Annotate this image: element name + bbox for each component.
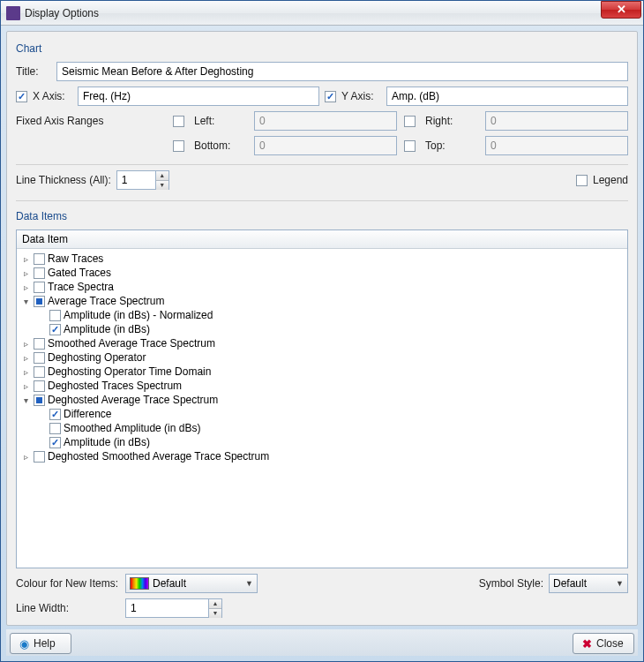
tree-item[interactable]: ▹Raw Traces (19, 252, 625, 266)
left-checkbox[interactable] (173, 116, 184, 127)
tree-body[interactable]: ▹Raw Traces▹Gated Traces▹Trace Spectra▾A… (17, 249, 627, 568)
tree-checkbox[interactable] (34, 352, 45, 364)
legend-checkbox[interactable] (576, 175, 588, 186)
expand-icon[interactable]: ▹ (20, 367, 31, 377)
collapse-icon[interactable]: ▾ (20, 297, 31, 306)
tree-checkbox[interactable] (34, 395, 45, 406)
bottom-checkbox[interactable] (173, 140, 184, 152)
bottom-label: Bottom: (194, 139, 247, 152)
yaxis-input[interactable] (386, 87, 628, 106)
tree-checkbox[interactable] (49, 409, 61, 420)
tree-item-label: Difference (64, 408, 111, 420)
tree-item-label: Smoothed Amplitude (in dBs) (64, 422, 200, 434)
tree-checkbox[interactable] (49, 310, 61, 321)
linewidth-spinner[interactable]: ▲▼ (125, 598, 222, 618)
tree-item[interactable]: ▾Deghosted Average Trace Spectrum (19, 393, 625, 407)
tree-subitem[interactable]: ▹Amplitude (in dBs) - Normalized (19, 308, 625, 322)
linewidth-down[interactable]: ▼ (209, 609, 221, 618)
tree-item[interactable]: ▹Smoothed Average Trace Spectrum (19, 336, 625, 350)
tree-item[interactable]: ▾Average Trace Spectrum (19, 294, 625, 308)
symbol-label: Symbol Style: (479, 577, 543, 590)
tree-checkbox[interactable] (49, 423, 61, 434)
symbol-value: Default (553, 577, 612, 590)
title-label: Title: (16, 65, 51, 78)
tree-item-label: Trace Spectra (48, 281, 114, 293)
titlebar: Display Options ✕ (1, 1, 643, 26)
data-items-group-label: Data Items (16, 210, 628, 222)
tree-checkbox[interactable] (34, 267, 45, 279)
content-area: Chart Title: X Axis: Y Axis: Fixed Axis … (1, 26, 643, 661)
tree-checkbox[interactable] (49, 324, 61, 335)
right-label: Right: (425, 115, 478, 127)
inner-panel: Chart Title: X Axis: Y Axis: Fixed Axis … (6, 31, 638, 626)
expand-icon[interactable]: ▹ (20, 339, 31, 349)
window-close-button[interactable]: ✕ (601, 1, 641, 19)
left-label: Left: (194, 115, 247, 127)
tree-checkbox[interactable] (34, 338, 45, 350)
yaxis-checkbox[interactable] (325, 91, 336, 102)
expand-icon[interactable]: ▹ (20, 254, 31, 264)
xaxis-checkbox[interactable] (16, 91, 27, 102)
tree-item-label: Deghosting Operator (48, 351, 146, 364)
help-label: Help (34, 637, 56, 650)
fixed-ranges-label: Fixed Axis Ranges (16, 115, 166, 127)
tree-subitem[interactable]: ▹Amplitude (in dBs) (19, 322, 625, 336)
tree-checkbox[interactable] (34, 296, 45, 307)
top-input[interactable] (485, 136, 628, 155)
expand-icon[interactable]: ▹ (20, 452, 31, 462)
thickness-up[interactable]: ▲ (156, 171, 168, 181)
tree-subitem[interactable]: ▹Amplitude (in dBs) (19, 435, 625, 449)
linewidth-input[interactable] (125, 598, 208, 618)
close-button[interactable]: ✖ Close (573, 633, 634, 654)
linewidth-up[interactable]: ▲ (209, 599, 221, 609)
display-options-window: Display Options ✕ Chart Title: X Axis: Y… (0, 0, 644, 662)
title-input[interactable] (56, 62, 628, 81)
symbol-combo[interactable]: Default ▼ (549, 574, 628, 593)
tree-item[interactable]: ▹Deghosting Operator (19, 350, 625, 365)
xaxis-label: X Axis: (33, 90, 72, 102)
tree-subitem[interactable]: ▹Difference (19, 407, 625, 421)
tree-item[interactable]: ▹Deghosted Smoothed Average Trace Spectr… (19, 449, 625, 463)
left-input[interactable] (254, 111, 397, 131)
tree-checkbox[interactable] (49, 437, 61, 448)
dropdown-icon: ▼ (245, 579, 253, 588)
tree-checkbox[interactable] (34, 366, 45, 378)
thickness-input[interactable] (116, 170, 155, 190)
tree-checkbox[interactable] (34, 253, 45, 265)
tree-subitem[interactable]: ▹Smoothed Amplitude (in dBs) (19, 421, 625, 435)
thickness-spinner[interactable]: ▲▼ (116, 170, 169, 190)
chart-group-label: Chart (16, 42, 628, 55)
tree-item[interactable]: ▹Gated Traces (19, 266, 625, 280)
dropdown-icon: ▼ (616, 579, 624, 588)
app-icon (6, 6, 20, 20)
collapse-icon[interactable]: ▾ (20, 395, 31, 405)
expand-icon[interactable]: ▹ (20, 268, 31, 278)
expand-icon[interactable]: ▹ (20, 353, 31, 363)
right-checkbox[interactable] (404, 116, 416, 127)
tree-item-label: Amplitude (in dBs) - Normalized (64, 309, 213, 321)
bottom-input[interactable] (254, 136, 397, 155)
tree-checkbox[interactable] (34, 282, 45, 293)
top-checkbox[interactable] (404, 140, 416, 152)
thickness-down[interactable]: ▼ (156, 181, 168, 190)
xaxis-input[interactable] (78, 87, 319, 106)
right-input[interactable] (485, 111, 628, 131)
legend-label: Legend (593, 174, 628, 186)
top-label: Top: (425, 139, 478, 152)
tree-item-label: Smoothed Average Trace Spectrum (48, 337, 215, 350)
tree-item[interactable]: ▹Deghosting Operator Time Domain (19, 365, 625, 379)
colour-combo[interactable]: Default ▼ (125, 574, 258, 593)
tree-item[interactable]: ▹Deghosted Traces Spectrum (19, 379, 625, 393)
tree-item[interactable]: ▹Trace Spectra (19, 280, 625, 294)
tree-item-label: Deghosting Operator Time Domain (48, 365, 211, 378)
help-button[interactable]: ◉ Help (10, 633, 71, 654)
tree-item-label: Deghosted Traces Spectrum (48, 380, 182, 392)
tree-checkbox[interactable] (34, 380, 45, 392)
tree-item-label: Raw Traces (48, 252, 103, 265)
tree-item-label: Deghosted Smoothed Average Trace Spectru… (48, 450, 269, 463)
expand-icon[interactable]: ▹ (20, 381, 31, 391)
expand-icon[interactable]: ▹ (20, 282, 31, 292)
colour-value: Default (153, 577, 242, 590)
tree-checkbox[interactable] (34, 451, 45, 463)
yaxis-label: Y Axis: (341, 90, 381, 102)
